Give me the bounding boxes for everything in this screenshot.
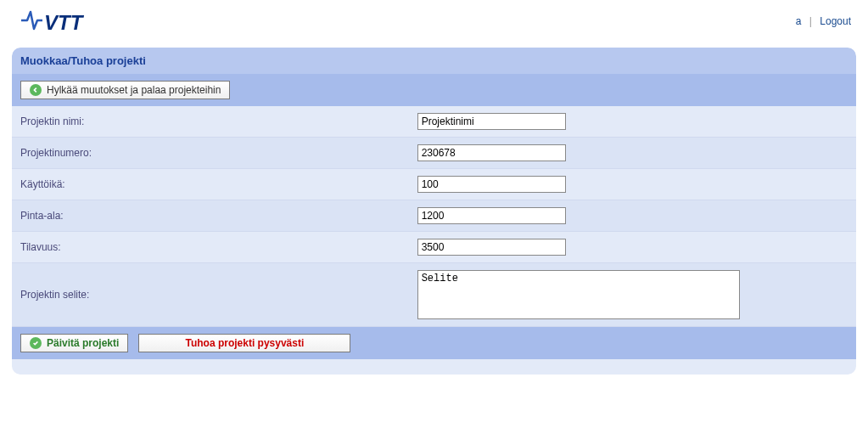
row-project-name: Projektin nimi: [12, 106, 856, 138]
panel-footer: Päivitä projekti Tuhoa projekti pysyväst… [12, 327, 856, 359]
row-lifespan: Käyttöikä: [12, 169, 856, 200]
row-project-number: Projektinumero: [12, 138, 856, 169]
check-icon [30, 337, 42, 349]
input-lifespan[interactable] [417, 176, 566, 193]
row-volume: Tilavuus: [12, 232, 856, 263]
row-area: Pinta-ala: [12, 200, 856, 232]
svg-text:VTT: VTT [44, 11, 85, 34]
update-project-button[interactable]: Päivitä projekti [20, 334, 128, 352]
panel-toolbar: Hylkää muutokset ja palaa projekteihin [12, 74, 856, 106]
app-header: VTT a | Logout [0, 0, 868, 48]
label-description: Projektin selite: [12, 263, 409, 327]
update-button-label: Päivitä projekti [47, 337, 119, 349]
label-area: Pinta-ala: [12, 200, 409, 232]
input-project-number[interactable] [417, 144, 566, 161]
row-description: Projektin selite: [12, 263, 856, 327]
label-project-number: Projektinumero: [12, 138, 409, 169]
input-description[interactable] [417, 270, 740, 319]
user-link[interactable]: a [796, 15, 802, 27]
destroy-button-label: Tuhoa projekti pysyvästi [185, 337, 304, 349]
separator: | [809, 15, 812, 27]
discard-changes-button[interactable]: Hylkää muutokset ja palaa projekteihin [20, 81, 230, 99]
input-area[interactable] [417, 207, 566, 224]
label-project-name: Projektin nimi: [12, 106, 409, 138]
back-arrow-icon [30, 84, 42, 96]
label-volume: Tilavuus: [12, 232, 409, 263]
project-form: Projektin nimi: Projektinumero: Käyttöik… [12, 106, 856, 327]
label-lifespan: Käyttöikä: [12, 169, 409, 200]
vtt-logo: VTT [20, 7, 95, 36]
discard-button-label: Hylkää muutokset ja palaa projekteihin [47, 84, 221, 96]
project-edit-panel: Muokkaa/Tuhoa projekti Hylkää muutokset … [12, 48, 856, 375]
input-project-name[interactable] [417, 113, 566, 130]
panel-title: Muokkaa/Tuhoa projekti [12, 48, 856, 74]
input-volume[interactable] [417, 239, 566, 256]
logout-link[interactable]: Logout [820, 15, 851, 27]
header-user-area: a | Logout [796, 15, 851, 27]
destroy-project-button[interactable]: Tuhoa projekti pysyvästi [138, 334, 350, 352]
